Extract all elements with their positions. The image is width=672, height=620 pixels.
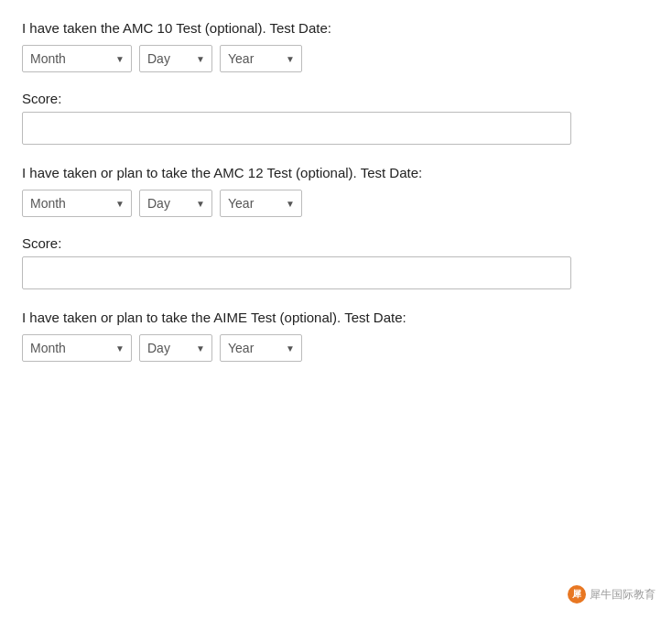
amc10-month-select[interactable]: Month JanuaryFebruaryMarchAprilMayJuneJu…: [22, 45, 132, 72]
amc10-label: I have taken the AMC 10 Test (optional).…: [22, 18, 650, 38]
amc12-day-select[interactable]: Day 123456789101112131415161718192021222…: [139, 190, 212, 217]
amc10-day-wrap: Day 123456789101112131415161718192021222…: [139, 45, 212, 72]
amc12-day-wrap: Day 123456789101112131415161718192021222…: [139, 190, 212, 217]
aime-label: I have taken or plan to take the AIME Te…: [22, 308, 650, 327]
amc12-year-wrap: Year 202020212022202320242025 ▼: [220, 190, 302, 217]
watermark-text: 犀牛国际教育: [590, 587, 656, 603]
amc10-section: I have taken the AMC 10 Test (optional).…: [22, 18, 650, 72]
amc10-date-row: Month JanuaryFebruaryMarchAprilMayJuneJu…: [22, 45, 650, 72]
watermark: 犀 犀牛国际教育: [568, 585, 656, 604]
aime-date-row: Month JanuaryFebruaryMarchAprilMayJuneJu…: [22, 334, 650, 362]
amc12-score-label: Score:: [22, 235, 650, 251]
amc10-score-label: Score:: [22, 91, 650, 106]
amc10-score-input[interactable]: [22, 112, 571, 145]
amc12-month-wrap: Month JanuaryFebruaryMarchAprilMayJuneJu…: [22, 190, 132, 217]
amc10-year-wrap: Year 202020212022202320242025 ▼: [220, 45, 302, 72]
aime-month-wrap: Month JanuaryFebruaryMarchAprilMayJuneJu…: [22, 334, 132, 362]
watermark-icon: 犀: [568, 585, 586, 604]
amc10-score-section: Score:: [22, 91, 650, 145]
aime-section: I have taken or plan to take the AIME Te…: [22, 308, 650, 362]
amc12-section: I have taken or plan to take the AMC 12 …: [22, 163, 650, 217]
amc10-year-select[interactable]: Year 202020212022202320242025: [220, 45, 302, 72]
aime-day-select[interactable]: Day 123456789101112131415161718192021222…: [139, 334, 212, 362]
amc12-label: I have taken or plan to take the AMC 12 …: [22, 163, 650, 182]
amc12-date-row: Month JanuaryFebruaryMarchAprilMayJuneJu…: [22, 190, 650, 217]
amc12-month-select[interactable]: Month JanuaryFebruaryMarchAprilMayJuneJu…: [22, 190, 132, 217]
amc12-score-section: Score:: [22, 235, 650, 289]
amc10-day-select[interactable]: Day 123456789101112131415161718192021222…: [139, 45, 212, 72]
amc10-month-wrap: Month JanuaryFebruaryMarchAprilMayJuneJu…: [22, 45, 132, 72]
aime-day-wrap: Day 123456789101112131415161718192021222…: [139, 334, 212, 362]
amc12-year-select[interactable]: Year 202020212022202320242025: [220, 190, 302, 217]
aime-year-wrap: Year 202020212022202320242025 ▼: [220, 334, 302, 362]
aime-year-select[interactable]: Year 202020212022202320242025: [220, 334, 302, 362]
aime-month-select[interactable]: Month JanuaryFebruaryMarchAprilMayJuneJu…: [22, 334, 132, 362]
amc12-score-input[interactable]: [22, 256, 571, 289]
